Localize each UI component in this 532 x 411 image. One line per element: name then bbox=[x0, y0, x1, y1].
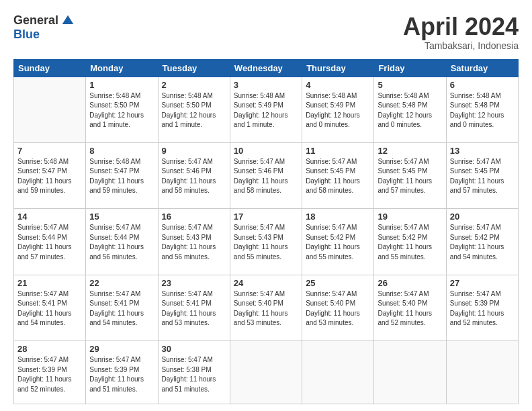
calendar-cell: 30Sunrise: 5:47 AMSunset: 5:38 PMDayligh… bbox=[158, 341, 230, 404]
calendar-cell: 25Sunrise: 5:47 AMSunset: 5:40 PMDayligh… bbox=[302, 275, 374, 340]
calendar-cell: 6Sunrise: 5:48 AMSunset: 5:48 PMDaylight… bbox=[446, 77, 518, 142]
day-number: 9 bbox=[162, 146, 226, 156]
day-number: 1 bbox=[89, 80, 154, 90]
logo-icon bbox=[61, 14, 75, 28]
day-info: Sunrise: 5:47 AMSunset: 5:41 PMDaylight:… bbox=[17, 289, 82, 328]
day-number: 12 bbox=[378, 146, 442, 156]
day-number: 17 bbox=[234, 212, 298, 222]
day-number: 3 bbox=[234, 80, 298, 90]
day-header-tuesday: Tuesday bbox=[158, 59, 230, 77]
calendar-cell bbox=[14, 77, 86, 142]
day-number: 16 bbox=[162, 212, 226, 222]
day-info: Sunrise: 5:47 AMSunset: 5:43 PMDaylight:… bbox=[162, 223, 226, 262]
day-info: Sunrise: 5:47 AMSunset: 5:41 PMDaylight:… bbox=[162, 289, 226, 328]
calendar-cell: 18Sunrise: 5:47 AMSunset: 5:42 PMDayligh… bbox=[302, 209, 374, 275]
calendar-cell: 4Sunrise: 5:48 AMSunset: 5:49 PMDaylight… bbox=[302, 77, 374, 142]
day-number: 4 bbox=[306, 80, 370, 90]
day-info: Sunrise: 5:47 AMSunset: 5:46 PMDaylight:… bbox=[234, 157, 298, 196]
day-info: Sunrise: 5:48 AMSunset: 5:49 PMDaylight:… bbox=[306, 91, 370, 130]
calendar-cell: 28Sunrise: 5:47 AMSunset: 5:39 PMDayligh… bbox=[14, 341, 86, 404]
day-header-saturday: Saturday bbox=[446, 59, 518, 77]
day-number: 20 bbox=[450, 212, 515, 222]
calendar-cell: 24Sunrise: 5:47 AMSunset: 5:40 PMDayligh… bbox=[230, 275, 302, 340]
day-info: Sunrise: 5:47 AMSunset: 5:45 PMDaylight:… bbox=[450, 157, 515, 196]
day-number: 15 bbox=[89, 212, 154, 222]
calendar-cell: 26Sunrise: 5:47 AMSunset: 5:40 PMDayligh… bbox=[374, 275, 446, 340]
day-number: 6 bbox=[450, 80, 515, 90]
title-block: April 2024 Tambaksari, Indonesia bbox=[403, 13, 519, 51]
calendar-cell: 21Sunrise: 5:47 AMSunset: 5:41 PMDayligh… bbox=[14, 275, 86, 340]
day-info: Sunrise: 5:48 AMSunset: 5:47 PMDaylight:… bbox=[17, 157, 82, 196]
day-info: Sunrise: 5:48 AMSunset: 5:50 PMDaylight:… bbox=[162, 91, 226, 130]
calendar-cell: 3Sunrise: 5:48 AMSunset: 5:49 PMDaylight… bbox=[230, 77, 302, 142]
day-number: 27 bbox=[450, 278, 515, 288]
calendar-cell: 5Sunrise: 5:48 AMSunset: 5:48 PMDaylight… bbox=[374, 77, 446, 142]
day-info: Sunrise: 5:47 AMSunset: 5:39 PMDaylight:… bbox=[17, 355, 82, 394]
day-number: 11 bbox=[306, 146, 370, 156]
week-row-2: 7Sunrise: 5:48 AMSunset: 5:47 PMDaylight… bbox=[14, 142, 519, 208]
calendar-cell: 1Sunrise: 5:48 AMSunset: 5:50 PMDaylight… bbox=[86, 77, 158, 142]
calendar-cell bbox=[446, 341, 518, 404]
week-row-1: 1Sunrise: 5:48 AMSunset: 5:50 PMDaylight… bbox=[14, 77, 519, 142]
week-row-5: 28Sunrise: 5:47 AMSunset: 5:39 PMDayligh… bbox=[14, 341, 519, 404]
logo-general-text: General bbox=[13, 13, 58, 28]
day-number: 21 bbox=[17, 278, 82, 288]
day-number: 22 bbox=[89, 278, 154, 288]
day-number: 13 bbox=[450, 146, 515, 156]
day-number: 24 bbox=[234, 278, 298, 288]
location: Tambaksari, Indonesia bbox=[403, 40, 519, 51]
header-row: SundayMondayTuesdayWednesdayThursdayFrid… bbox=[14, 59, 519, 77]
week-row-3: 14Sunrise: 5:47 AMSunset: 5:44 PMDayligh… bbox=[14, 209, 519, 275]
logo-blue-text: Blue bbox=[13, 28, 40, 42]
day-info: Sunrise: 5:47 AMSunset: 5:39 PMDaylight:… bbox=[89, 355, 154, 394]
day-info: Sunrise: 5:47 AMSunset: 5:43 PMDaylight:… bbox=[234, 223, 298, 262]
calendar-cell: 14Sunrise: 5:47 AMSunset: 5:44 PMDayligh… bbox=[14, 209, 86, 275]
day-number: 8 bbox=[89, 146, 154, 156]
day-number: 19 bbox=[378, 212, 442, 222]
day-number: 28 bbox=[17, 344, 82, 354]
day-header-sunday: Sunday bbox=[14, 59, 86, 77]
page: General Blue April 2024 Tambaksari, Indo… bbox=[0, 0, 532, 411]
week-row-4: 21Sunrise: 5:47 AMSunset: 5:41 PMDayligh… bbox=[14, 275, 519, 340]
calendar-cell bbox=[230, 341, 302, 404]
day-info: Sunrise: 5:48 AMSunset: 5:48 PMDaylight:… bbox=[450, 91, 515, 130]
calendar-cell: 16Sunrise: 5:47 AMSunset: 5:43 PMDayligh… bbox=[158, 209, 230, 275]
day-info: Sunrise: 5:47 AMSunset: 5:39 PMDaylight:… bbox=[450, 289, 515, 328]
day-number: 10 bbox=[234, 146, 298, 156]
day-header-wednesday: Wednesday bbox=[230, 59, 302, 77]
logo: General Blue bbox=[13, 13, 75, 42]
day-info: Sunrise: 5:47 AMSunset: 5:46 PMDaylight:… bbox=[162, 157, 226, 196]
day-info: Sunrise: 5:47 AMSunset: 5:44 PMDaylight:… bbox=[17, 223, 82, 262]
svg-marker-0 bbox=[62, 15, 74, 24]
calendar-cell: 2Sunrise: 5:48 AMSunset: 5:50 PMDaylight… bbox=[158, 77, 230, 142]
calendar-cell: 19Sunrise: 5:47 AMSunset: 5:42 PMDayligh… bbox=[374, 209, 446, 275]
calendar-cell: 13Sunrise: 5:47 AMSunset: 5:45 PMDayligh… bbox=[446, 142, 518, 208]
day-info: Sunrise: 5:48 AMSunset: 5:50 PMDaylight:… bbox=[89, 91, 154, 130]
calendar-cell: 7Sunrise: 5:48 AMSunset: 5:47 PMDaylight… bbox=[14, 142, 86, 208]
day-info: Sunrise: 5:47 AMSunset: 5:40 PMDaylight:… bbox=[306, 289, 370, 328]
day-number: 18 bbox=[306, 212, 370, 222]
calendar-cell bbox=[302, 341, 374, 404]
day-info: Sunrise: 5:47 AMSunset: 5:40 PMDaylight:… bbox=[378, 289, 442, 328]
day-number: 30 bbox=[162, 344, 226, 354]
day-info: Sunrise: 5:47 AMSunset: 5:41 PMDaylight:… bbox=[89, 289, 154, 328]
day-header-monday: Monday bbox=[86, 59, 158, 77]
month-title: April 2024 bbox=[403, 13, 519, 40]
calendar-table: SundayMondayTuesdayWednesdayThursdayFrid… bbox=[13, 59, 519, 404]
day-info: Sunrise: 5:47 AMSunset: 5:42 PMDaylight:… bbox=[378, 223, 442, 262]
day-number: 14 bbox=[17, 212, 82, 222]
day-info: Sunrise: 5:48 AMSunset: 5:48 PMDaylight:… bbox=[378, 91, 442, 130]
calendar-cell: 12Sunrise: 5:47 AMSunset: 5:45 PMDayligh… bbox=[374, 142, 446, 208]
day-number: 7 bbox=[17, 146, 82, 156]
day-info: Sunrise: 5:47 AMSunset: 5:44 PMDaylight:… bbox=[89, 223, 154, 262]
calendar-cell: 8Sunrise: 5:48 AMSunset: 5:47 PMDaylight… bbox=[86, 142, 158, 208]
day-info: Sunrise: 5:47 AMSunset: 5:38 PMDaylight:… bbox=[162, 355, 226, 394]
calendar-cell: 23Sunrise: 5:47 AMSunset: 5:41 PMDayligh… bbox=[158, 275, 230, 340]
day-number: 26 bbox=[378, 278, 442, 288]
calendar-cell: 22Sunrise: 5:47 AMSunset: 5:41 PMDayligh… bbox=[86, 275, 158, 340]
header: General Blue April 2024 Tambaksari, Indo… bbox=[13, 13, 519, 51]
calendar-cell: 17Sunrise: 5:47 AMSunset: 5:43 PMDayligh… bbox=[230, 209, 302, 275]
day-number: 5 bbox=[378, 80, 442, 90]
day-number: 29 bbox=[89, 344, 154, 354]
calendar-cell: 15Sunrise: 5:47 AMSunset: 5:44 PMDayligh… bbox=[86, 209, 158, 275]
